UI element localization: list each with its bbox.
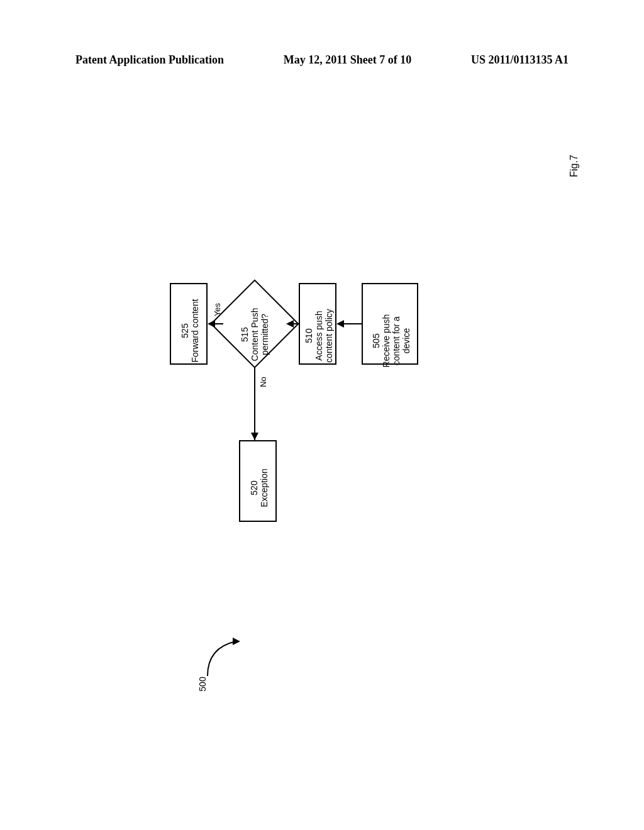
page-header: Patent Application Publication May 12, 2…	[0, 53, 644, 67]
svg-marker-0	[233, 638, 240, 645]
box-520-num: 520	[249, 480, 259, 495]
box-520-line1: Exception	[259, 468, 269, 507]
box-520-exception: 520 Exception	[239, 440, 277, 522]
box-505-receive-push: 505 Receive push content for a device	[362, 283, 418, 365]
box-525-num: 525	[180, 323, 190, 338]
arrow-515-to-520	[254, 368, 255, 440]
reference-500: 500	[197, 677, 208, 691]
label-no: No	[258, 377, 269, 387]
box-510-line2: content policy	[324, 309, 334, 363]
diamond-515-line2: permitted?	[260, 314, 270, 355]
diamond-515-num: 515	[240, 327, 250, 341]
diamond-515-line1: Content Push	[250, 308, 260, 362]
arrow-head-515-to-520	[251, 433, 258, 440]
diamond-515-text: 515 Content Push permitted?	[220, 296, 289, 352]
box-505-line2: content for a	[391, 316, 401, 365]
header-center: May 12, 2011 Sheet 7 of 10	[284, 53, 411, 67]
curve-arrow-500	[201, 635, 252, 682]
box-510-access-policy: 510 Access push content policy	[299, 283, 336, 365]
label-yes: Yes	[211, 305, 224, 314]
box-505-line1: Receive push	[381, 314, 391, 368]
arrow-head-505-to-510	[336, 320, 344, 328]
arrow-head-515-to-525	[208, 320, 215, 328]
box-505-num: 505	[371, 333, 381, 348]
box-525-line1: Forward content	[190, 299, 200, 362]
box-510-line1: Access push	[314, 311, 324, 360]
figure-label: Fig.7	[569, 155, 580, 177]
header-right: US 2011/0113135 A1	[471, 53, 569, 67]
box-505-line3: device	[401, 328, 411, 353]
header-left: Patent Application Publication	[75, 53, 224, 67]
box-525-forward: 525 Forward content	[170, 283, 208, 365]
box-510-num: 510	[304, 328, 314, 343]
